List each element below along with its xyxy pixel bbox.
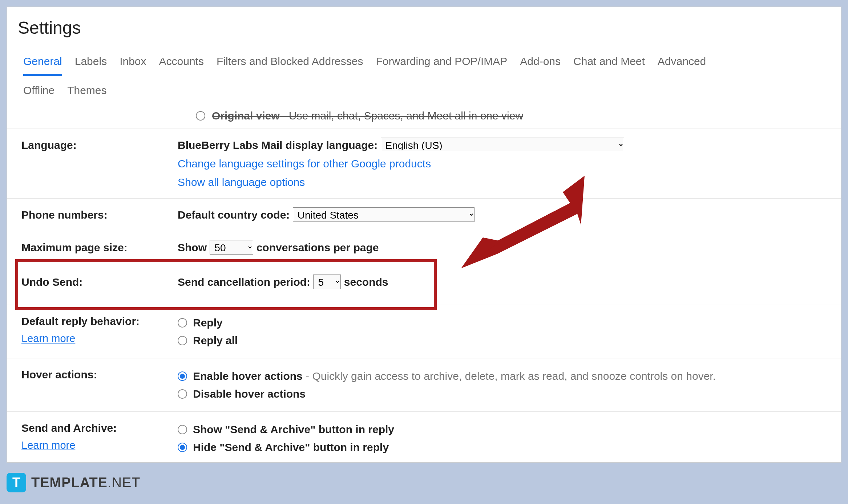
label-hover: Hover actions: bbox=[21, 366, 178, 383]
tab-accounts[interactable]: Accounts bbox=[159, 51, 204, 76]
link-learn-more-reply[interactable]: Learn more bbox=[21, 331, 178, 347]
row-phone: Phone numbers: Default country code: Uni… bbox=[7, 199, 841, 231]
radio-hide-send-archive[interactable] bbox=[178, 443, 187, 452]
tab-filters[interactable]: Filters and Blocked Addresses bbox=[217, 51, 363, 76]
label-undo-send: Undo Send: bbox=[21, 274, 178, 290]
footer-branding: T TEMPLATE.NET bbox=[7, 473, 141, 492]
tabs-row-2: Offline Themes bbox=[7, 76, 841, 110]
radio-show-send-archive[interactable] bbox=[178, 425, 187, 434]
language-select[interactable]: English (US) bbox=[381, 138, 624, 152]
undo-prefix: Send cancellation period: bbox=[178, 276, 310, 288]
hover-hint: - Quickly gain access to archive, delete… bbox=[303, 370, 716, 382]
country-code-select[interactable]: United States bbox=[293, 207, 475, 222]
pagesize-prefix: Show bbox=[178, 241, 207, 253]
tab-inbox[interactable]: Inbox bbox=[120, 51, 146, 76]
page-title: Settings bbox=[7, 7, 841, 47]
language-prefix: BlueBerry Labs Mail display language: bbox=[178, 139, 377, 151]
tab-addons[interactable]: Add-ons bbox=[520, 51, 561, 76]
opt-disable-hover: Disable hover actions bbox=[193, 386, 306, 402]
row-send-archive: Send and Archive: Learn more Show "Send … bbox=[7, 412, 841, 463]
pagesize-suffix: conversations per page bbox=[257, 241, 379, 253]
label-language: Language: bbox=[21, 137, 178, 153]
link-change-language[interactable]: Change language settings for other Googl… bbox=[178, 155, 431, 172]
opt-reply-all: Reply all bbox=[193, 332, 238, 349]
label-send-archive: Send and Archive: Learn more bbox=[21, 420, 178, 454]
radio-reply[interactable] bbox=[178, 318, 187, 328]
pagesize-select[interactable]: 50 bbox=[210, 240, 253, 255]
label-phone: Phone numbers: bbox=[21, 207, 178, 223]
tab-offline[interactable]: Offline bbox=[23, 80, 54, 103]
footer-brand-text: TEMPLATE.NET bbox=[31, 475, 141, 491]
radio-disable-hover[interactable] bbox=[178, 389, 187, 399]
undo-suffix: seconds bbox=[344, 276, 388, 288]
radio-original-view[interactable] bbox=[196, 111, 205, 121]
tab-general[interactable]: General bbox=[23, 51, 62, 76]
cutoff-text: Original view Use mail, chat, Spaces, an… bbox=[212, 110, 523, 122]
settings-content: Original view Use mail, chat, Spaces, an… bbox=[7, 110, 841, 463]
opt-hide-send-archive: Hide "Send & Archive" button in reply bbox=[193, 439, 389, 455]
row-undo-send: Undo Send: Send cancellation period: 5 s… bbox=[7, 259, 841, 305]
phone-prefix: Default country code: bbox=[178, 209, 290, 221]
radio-reply-all[interactable] bbox=[178, 336, 187, 345]
opt-enable-hover: Enable hover actions bbox=[193, 370, 303, 382]
radio-enable-hover[interactable] bbox=[178, 371, 187, 381]
tab-forwarding[interactable]: Forwarding and POP/IMAP bbox=[376, 51, 507, 76]
undo-period-select[interactable]: 5 bbox=[313, 275, 341, 289]
tab-themes[interactable]: Themes bbox=[67, 80, 106, 103]
link-show-all-languages[interactable]: Show all language options bbox=[178, 174, 305, 190]
link-learn-more-sendarchive[interactable]: Learn more bbox=[21, 438, 178, 454]
opt-reply: Reply bbox=[193, 314, 223, 331]
label-pagesize: Maximum page size: bbox=[21, 239, 178, 256]
label-reply: Default reply behavior: Learn more bbox=[21, 313, 178, 347]
opt-show-send-archive: Show "Send & Archive" button in reply bbox=[193, 421, 394, 438]
tab-labels[interactable]: Labels bbox=[75, 51, 107, 76]
row-reply-behavior: Default reply behavior: Learn more Reply… bbox=[7, 305, 841, 358]
tab-advanced[interactable]: Advanced bbox=[658, 51, 706, 76]
tab-chat-meet[interactable]: Chat and Meet bbox=[573, 51, 645, 76]
footer-logo-icon: T bbox=[7, 473, 26, 492]
tabs-row-1: General Labels Inbox Accounts Filters an… bbox=[7, 47, 841, 76]
partial-cutoff-row: Original view Use mail, chat, Spaces, an… bbox=[7, 110, 841, 129]
row-pagesize: Maximum page size: Show 50 conversations… bbox=[7, 231, 841, 259]
row-hover-actions: Hover actions: Enable hover actions - Qu… bbox=[7, 358, 841, 412]
row-language: Language: BlueBerry Labs Mail display la… bbox=[7, 129, 841, 199]
settings-window: Settings General Labels Inbox Accounts F… bbox=[7, 7, 841, 463]
